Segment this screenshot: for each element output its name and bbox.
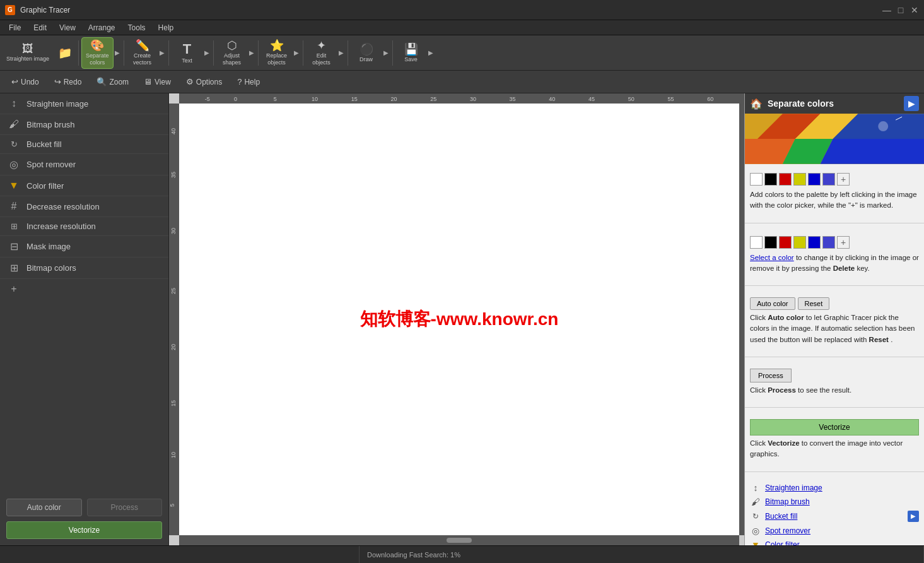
sidebar-item-bitmap-brush[interactable]: 🖌 Bitmap brush (0, 114, 168, 135)
rp-divider3 (745, 357, 924, 357)
rp-tool-bucket-play[interactable]: ▶ (908, 511, 919, 522)
menu-view[interactable]: View (53, 22, 82, 33)
save-button[interactable]: 💾 Save (395, 37, 427, 69)
text-icon: T (183, 42, 191, 56)
sidebar-item-decrease-resolution[interactable]: # Decrease resolution (0, 196, 168, 217)
save-arrow[interactable]: ▶ (427, 37, 435, 69)
sidebar-item-mask-image[interactable]: ⊟ Mask image (0, 236, 168, 258)
rp-reset-button[interactable]: Reset (798, 297, 830, 310)
redo-icon: ↪ (54, 77, 61, 86)
rp-divider1 (745, 223, 924, 223)
edit-objects-button[interactable]: ✦ Editobjects (306, 37, 337, 69)
replace-objects-label: Replaceobjects (266, 52, 287, 66)
view-label: View (155, 78, 171, 86)
color-swatch-dark[interactable] (822, 173, 835, 186)
ruler-tick-v: 25 (170, 288, 177, 294)
rp-tool-straighten: ↕ Straighten image (750, 481, 919, 495)
rp-tool-straighten-link[interactable]: Straighten image (765, 483, 822, 492)
sep2 (124, 40, 124, 66)
scrollbar-vertical[interactable] (739, 104, 744, 535)
undo-button[interactable]: ↩ Undo (5, 74, 45, 89)
color-swatch2-black[interactable] (764, 236, 777, 249)
color-swatch-red[interactable] (779, 173, 792, 186)
load-file-button[interactable]: 📁 (54, 37, 76, 69)
help-button[interactable]: ? Help (231, 74, 266, 89)
rp-auto-color-button[interactable]: Auto color (750, 297, 795, 310)
color-swatch2-yellow[interactable] (793, 236, 806, 249)
color-swatch2-white[interactable] (750, 236, 763, 249)
increase-resolution-icon: ⊞ (8, 222, 20, 231)
rp-vectorize-button[interactable]: Vectorize (750, 419, 919, 436)
create-vectors-arrow[interactable]: ▶ (158, 37, 166, 69)
separate-colors-group: 🎨 Separatecolors ▶ (81, 37, 121, 69)
adjust-shapes-button[interactable]: ⬡ Adjustshapes (216, 37, 248, 69)
rp-auto-color-row: Auto color Reset (750, 297, 919, 310)
options-button[interactable]: ⚙ Options (180, 74, 228, 89)
color-swatch-blue[interactable] (808, 173, 821, 186)
draw-button[interactable]: ⚫ Draw (351, 37, 382, 69)
rp-tool-bucket-fill-link[interactable]: Bucket fill (765, 512, 797, 521)
menu-arrange[interactable]: Arrange (82, 22, 122, 33)
text-arrow[interactable]: ▶ (203, 37, 211, 69)
color-swatch-yellow[interactable] (793, 173, 806, 186)
color-swatch2-blue[interactable] (808, 236, 821, 249)
vectorize-button[interactable]: Vectorize (6, 521, 162, 539)
select-color-link[interactable]: Select a color (750, 254, 794, 261)
close-button[interactable]: ✕ (910, 6, 919, 15)
rp-desc4-end: to see the result. (798, 386, 851, 394)
separate-colors-button[interactable]: 🎨 Separatecolors (81, 37, 114, 69)
edit-objects-arrow[interactable]: ▶ (337, 37, 345, 69)
load-image-button[interactable]: 🖼 Straighten image (3, 37, 53, 69)
home-icon[interactable]: 🏠 (750, 98, 763, 110)
sidebar-item-bucket-fill[interactable]: ↻ Bucket fill (0, 135, 168, 154)
title-text: Graphic Tracer (20, 6, 882, 15)
rp-process-button[interactable]: Process (750, 369, 792, 382)
edit-objects-group: ✦ Editobjects ▶ (306, 37, 345, 69)
view-button[interactable]: 🖥 View (137, 74, 177, 89)
scrollbar-horizontal[interactable] (179, 535, 739, 545)
rp-tool-spot-remover-link[interactable]: Spot remover (765, 526, 810, 535)
menu-edit[interactable]: Edit (27, 22, 53, 33)
maximize-button[interactable]: □ (896, 6, 905, 15)
sidebar-add-item[interactable]: + (0, 279, 168, 299)
create-vectors-button[interactable]: ✏️ Createvectors (127, 37, 158, 69)
sidebar-item-spot-remover[interactable]: ◎ Spot remover (0, 154, 168, 175)
replace-objects-arrow[interactable]: ▶ (293, 37, 300, 69)
title-bar: G Graphic Tracer — □ ✕ (0, 0, 924, 20)
edit-objects-label: Editobjects (312, 52, 330, 66)
canvas-area[interactable]: -5 0 5 10 15 20 25 30 35 40 45 50 55 60 … (169, 93, 744, 545)
rp-tool-color-filter-link[interactable]: Color filter (765, 540, 800, 546)
color-swatch-black[interactable] (764, 173, 777, 186)
add-icon: + (8, 283, 20, 295)
auto-color-button[interactable]: Auto color (6, 499, 82, 516)
sidebar-item-increase-resolution[interactable]: ⊞ Increase resolution (0, 217, 168, 236)
color-swatch-white[interactable] (750, 173, 763, 186)
adjust-shapes-arrow[interactable]: ▶ (248, 37, 255, 69)
rp-tool-bitmap-brush-link[interactable]: Bitmap brush (765, 497, 810, 506)
process-button[interactable]: Process (87, 499, 163, 516)
color-add2-button[interactable]: + (837, 236, 850, 249)
draw-arrow[interactable]: ▶ (382, 37, 390, 69)
separate-colors-arrow[interactable]: ▶ (114, 37, 121, 69)
zoom-button[interactable]: 🔍 Zoom (90, 74, 135, 89)
right-panel-play-button[interactable]: ▶ (904, 96, 919, 111)
ruler-tick: 25 (430, 96, 436, 102)
color-swatch2-dark[interactable] (822, 236, 835, 249)
sidebar-item-color-filter[interactable]: ▼ Color filter (0, 175, 168, 196)
text-button[interactable]: T Text (172, 37, 203, 69)
rp-divider5 (745, 471, 924, 472)
minimize-button[interactable]: — (882, 6, 891, 15)
menu-tools[interactable]: Tools (122, 22, 152, 33)
color-add-button[interactable]: + (837, 173, 850, 186)
sidebar-item-straighten-image[interactable]: ↕ Straighten image (0, 93, 168, 114)
ruler-tick: 40 (549, 96, 555, 102)
replace-objects-button[interactable]: ⭐ Replaceobjects (261, 37, 293, 69)
sidebar-item-bitmap-colors[interactable]: ⊞ Bitmap colors (0, 258, 168, 279)
menu-help[interactable]: Help (152, 22, 180, 33)
redo-button[interactable]: ↪ Redo (48, 74, 88, 89)
mask-image-icon: ⊟ (8, 240, 20, 252)
color-swatch2-red[interactable] (779, 236, 792, 249)
ruler-tick: 30 (470, 96, 476, 102)
menu-file[interactable]: File (3, 22, 27, 33)
canvas-bg[interactable]: 知软博客-www.knowr.cn (179, 104, 739, 535)
